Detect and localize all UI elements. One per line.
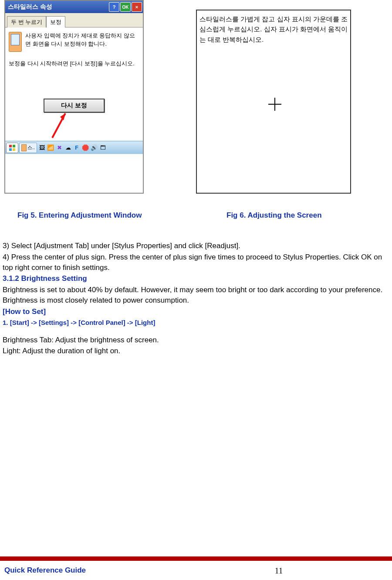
- tray-icon-3[interactable]: ✖: [55, 144, 63, 152]
- light-line: Light: Adjust the duration of light on.: [3, 346, 390, 356]
- tray-desktop-icon[interactable]: 🗔: [99, 144, 107, 152]
- section-heading: 3.1.2 Brightness Setting: [3, 273, 390, 284]
- crosshair-icon[interactable]: [268, 98, 281, 111]
- svg-rect-2: [9, 145, 12, 147]
- taskbar: 스.. 🖼 📶 ✖ ☁ F 🛑 🔊 🗔: [5, 141, 143, 154]
- section-description: Brightness is set to about 40% by defaul…: [3, 285, 390, 306]
- page-number: 11: [170, 566, 388, 576]
- tray-icon-2[interactable]: 📶: [47, 144, 54, 152]
- tray-icon-1[interactable]: 🖼: [38, 144, 46, 152]
- calibration-instruction: 스타일러스를 가볍게 잡고 십자 표시의 가운데를 조심스럽게 누르십시오. 십…: [199, 14, 348, 44]
- howto-heading: [How to Set]: [3, 307, 390, 317]
- taskbar-app[interactable]: 스..: [19, 143, 37, 153]
- calibration-screen: 스타일러스를 가볍게 잡고 십자 표시의 가운데를 조심스럽게 누르십시오. 십…: [196, 10, 351, 194]
- window-title: 스타일러스 속성: [8, 3, 108, 11]
- pda-icon: [9, 32, 22, 52]
- close-button[interactable]: ×: [132, 2, 142, 12]
- svg-rect-3: [13, 145, 15, 147]
- footer: Quick Reference Guide 11: [0, 566, 392, 576]
- tab-content: 사용자 입력에 장치가 제대로 응답하지 않으면 화면을 다시 보정해야 합니다…: [5, 27, 143, 141]
- tabs: 두 번 누르기 보정: [5, 13, 143, 27]
- windows-flag-icon: [9, 144, 16, 151]
- pda-small-icon: [21, 144, 27, 151]
- tray-icon-4[interactable]: ☁: [64, 144, 72, 152]
- nav-path: 1. [Start] -> [Settings] -> [Control Pan…: [3, 318, 390, 327]
- start-button[interactable]: [6, 143, 18, 153]
- svg-rect-4: [9, 148, 12, 151]
- step-3: 3) Select [Adjustment Tab] under [Stylus…: [3, 241, 390, 251]
- calibration-description: 사용자 입력에 장치가 제대로 응답하지 않으면 화면을 다시 보정해야 합니다…: [25, 32, 139, 52]
- body-text: 3) Select [Adjustment Tab] under [Stylus…: [0, 241, 392, 356]
- tray-volume-icon[interactable]: 🔊: [90, 144, 98, 152]
- step-4: 4) Press the center of plus sign. Press …: [3, 252, 390, 273]
- footer-divider: [0, 556, 392, 561]
- svg-rect-5: [13, 148, 15, 151]
- tray-icon-f[interactable]: F: [73, 144, 81, 152]
- help-button[interactable]: ?: [109, 2, 119, 12]
- stylus-properties-window: 스타일러스 속성 ? OK × 두 번 누르기 보정 사용자 입력에 장치가 제…: [4, 0, 144, 194]
- brightness-tab-line: Brightness Tab: Adjust the brightness of…: [3, 335, 390, 345]
- titlebar: 스타일러스 속성 ? OK ×: [5, 1, 143, 13]
- tab-adjustment[interactable]: 보정: [46, 16, 65, 27]
- svg-marker-1: [60, 113, 65, 120]
- figures-row: 스타일러스 속성 ? OK × 두 번 누르기 보정 사용자 입력에 장치가 제…: [0, 0, 392, 194]
- captions-row: Fig 5. Entering Adjustment Window Fig 6.…: [0, 211, 392, 220]
- tray-icon-5[interactable]: 🛑: [81, 144, 89, 152]
- footer-title: Quick Reference Guide: [4, 566, 170, 576]
- fig6-caption: Fig 6. Adjusting the Screen: [226, 211, 322, 220]
- tab-double-tap[interactable]: 두 번 누르기: [7, 16, 46, 27]
- fig5-caption: Fig 5. Entering Adjustment Window: [17, 211, 192, 220]
- calibration-hint: 보정을 다시 시작하려면 [다시 보정]을 누르십시오.: [9, 60, 139, 68]
- taskbar-app-label: 스..: [27, 144, 35, 151]
- page: 스타일러스 속성 ? OK × 두 번 누르기 보정 사용자 입력에 장치가 제…: [0, 0, 392, 580]
- ok-button[interactable]: OK: [120, 2, 131, 12]
